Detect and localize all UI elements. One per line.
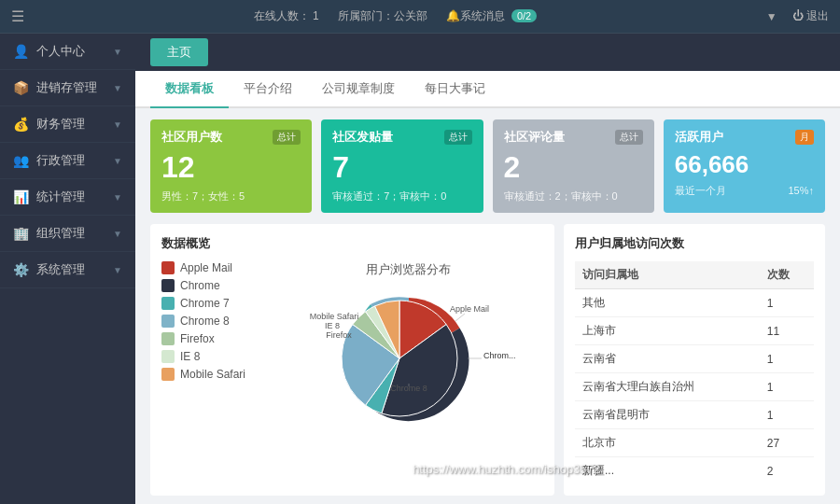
arrow-icon-3: ▼: [113, 119, 122, 130]
table-row: 新疆...2: [575, 457, 814, 485]
legend-label-apple: Apple Mail: [180, 261, 232, 274]
legend-label-firefox: Firefox: [180, 332, 215, 345]
sidebar-item-system[interactable]: ⚙️ 系统管理 ▼: [0, 252, 135, 288]
legend-color-chrome7: [161, 297, 175, 310]
sidebar-label-stats: 统计管理: [36, 189, 85, 205]
legend-color-ie8: [161, 350, 175, 363]
arrow-icon-2: ▼: [113, 83, 122, 93]
org-icon: 🏢: [13, 226, 29, 241]
table-row: 北京市27: [575, 429, 814, 457]
stat-title-users: 社区用户数: [161, 129, 222, 146]
stat-badge-comments: 总计: [615, 130, 643, 145]
cell-location: 北京市: [575, 429, 760, 457]
sidebar-item-inventory[interactable]: 📦 进销存管理 ▼: [0, 70, 135, 106]
legend-label-ie8: IE 8: [180, 350, 200, 363]
main-layout: 👤 个人中心 ▼ 📦 进销存管理 ▼ 💰 财务管理 ▼ 👥 行政管理 ▼: [0, 34, 840, 504]
tab-diary[interactable]: 每日大事记: [410, 71, 500, 108]
notification-area[interactable]: 🔔系统消息 0/2: [446, 8, 538, 24]
bottom-section: 数据概览 Apple Mail Chrome: [135, 224, 840, 504]
menu-icon[interactable]: ☰: [11, 7, 24, 25]
chart-title: 用户浏览器分布: [366, 261, 451, 278]
stat-badge-active: 月: [795, 130, 814, 145]
arrow-icon-4: ▼: [113, 156, 122, 166]
data-overview: 数据概览 Apple Mail Chrome: [150, 224, 554, 496]
tab-dashboard[interactable]: 数据看板: [150, 71, 229, 108]
table-row: 云南省昆明市1: [575, 401, 814, 429]
legend-ie8: IE 8: [161, 350, 264, 363]
legend-chrome8: Chrome 8: [161, 315, 264, 328]
page-title-button[interactable]: 主页: [150, 38, 208, 66]
sidebar-item-org[interactable]: 🏢 组织管理 ▼: [0, 216, 135, 252]
stat-card-comments: 社区评论量 总计 2 审核通过：2；审核中：0: [493, 119, 654, 213]
stat-footer-comments: 审核通过：2；审核中：0: [504, 189, 643, 203]
legend-apple-mail: Apple Mail: [161, 261, 264, 274]
cell-count: 1: [760, 345, 814, 373]
sidebar: 👤 个人中心 ▼ 📦 进销存管理 ▼ 💰 财务管理 ▼ 👥 行政管理 ▼: [0, 34, 135, 504]
stat-footer-users: 男性：7；女性：5: [161, 189, 301, 203]
legend-label-chrome: Chrome: [180, 279, 220, 292]
cell-count: 1: [760, 401, 814, 429]
header-left: ☰: [11, 7, 24, 25]
stats-row: 社区用户数 总计 12 男性：7；女性：5 社区发贴量 总计 7: [135, 108, 840, 224]
content-scroll[interactable]: 数据看板 平台介绍 公司规章制度 每日大事记 社区用户数 总计 12 男性：7；…: [135, 71, 840, 504]
legend-list: Apple Mail Chrome Chrome 7: [161, 261, 264, 381]
tab-rules[interactable]: 公司规章制度: [307, 71, 410, 108]
cell-count: 1: [760, 373, 814, 401]
table-row: 上海市11: [575, 317, 814, 345]
logout-button[interactable]: ⏻ 退出: [792, 8, 829, 24]
stat-number-comments: 2: [504, 151, 643, 184]
header-right: ▼ ⏻ 退出: [766, 8, 829, 24]
stat-footer-active: 最近一个月 15%↑: [675, 184, 814, 198]
browser-pie-chart: Apple Mail Chrom... Mobile Safari IE 8 F…: [297, 284, 521, 433]
page-header: 主页: [135, 34, 840, 71]
sidebar-item-stats[interactable]: 📊 统计管理 ▼: [0, 179, 135, 216]
cell-location: 云南省: [575, 345, 760, 373]
sidebar-label-inventory: 进销存管理: [36, 79, 97, 96]
stat-card-active: 活跃用户 月 66,666 最近一个月 15%↑: [664, 119, 825, 213]
sidebar-item-admin[interactable]: 👥 行政管理 ▼: [0, 143, 135, 179]
header-center: 在线人数： 1 所属部门：公关部 🔔系统消息 0/2: [254, 8, 538, 24]
legend-chrome: Chrome: [161, 279, 264, 292]
inventory-icon: 📦: [13, 80, 29, 95]
svg-text:Mobile Safari: Mobile Safari: [309, 312, 358, 321]
table-row: 云南省1: [575, 345, 814, 373]
stat-number-active: 66,666: [675, 151, 814, 178]
finance-icon: 💰: [13, 117, 29, 132]
stat-number-posts: 7: [332, 151, 471, 184]
arrow-icon-7: ▼: [113, 265, 122, 275]
cell-count: 11: [760, 317, 814, 345]
visit-table: 访问归属地 次数 其他1上海市11云南省1云南省大理白族自治州1云南省昆明市1北…: [575, 261, 814, 484]
stats-icon: 📊: [13, 189, 29, 204]
legend-label-mobile-safari: Mobile Safari: [180, 368, 245, 381]
cell-location: 新疆...: [575, 457, 760, 485]
arrow-icon: ▼: [113, 47, 122, 57]
visit-table-section: 用户归属地访问次数 访问归属地 次数 其他1上海市11云南省1云南省大理白族自治…: [564, 224, 825, 496]
tab-intro[interactable]: 平台介绍: [229, 71, 307, 108]
arrow-icon-5: ▼: [113, 192, 122, 203]
legend-color-mobile-safari: [161, 368, 175, 381]
cell-count: 27: [760, 429, 814, 457]
legend-color-apple: [161, 261, 175, 274]
sidebar-label-system: 系统管理: [36, 261, 85, 278]
department-info: 所属部门：公关部: [338, 8, 427, 24]
legend-chrome7: Chrome 7: [161, 297, 264, 310]
sidebar-item-personal[interactable]: 👤 个人中心 ▼: [0, 34, 135, 70]
cell-count: 1: [760, 289, 814, 317]
svg-text:IE 8: IE 8: [324, 321, 339, 330]
top-header: ☰ 在线人数： 1 所属部门：公关部 🔔系统消息 0/2 ▼ ⏻ 退出: [0, 0, 840, 34]
legend-mobile-safari: Mobile Safari: [161, 368, 264, 381]
visit-table-title: 用户归属地访问次数: [575, 235, 814, 252]
col-count: 次数: [760, 261, 814, 289]
legend-label-chrome7: Chrome 7: [180, 297, 230, 310]
legend-color-chrome8: [161, 315, 175, 328]
dropdown-icon[interactable]: ▼: [766, 10, 777, 23]
col-location: 访问归属地: [575, 261, 760, 289]
legend-color-chrome: [161, 279, 175, 292]
stat-title-active: 活跃用户: [675, 129, 723, 146]
system-icon: ⚙️: [13, 262, 29, 277]
stat-title-comments: 社区评论量: [504, 129, 565, 146]
stat-badge-users: 总计: [273, 130, 301, 145]
pie-chart-column: 用户浏览器分布: [273, 261, 543, 433]
cell-location: 上海市: [575, 317, 760, 345]
sidebar-item-finance[interactable]: 💰 财务管理 ▼: [0, 106, 135, 143]
